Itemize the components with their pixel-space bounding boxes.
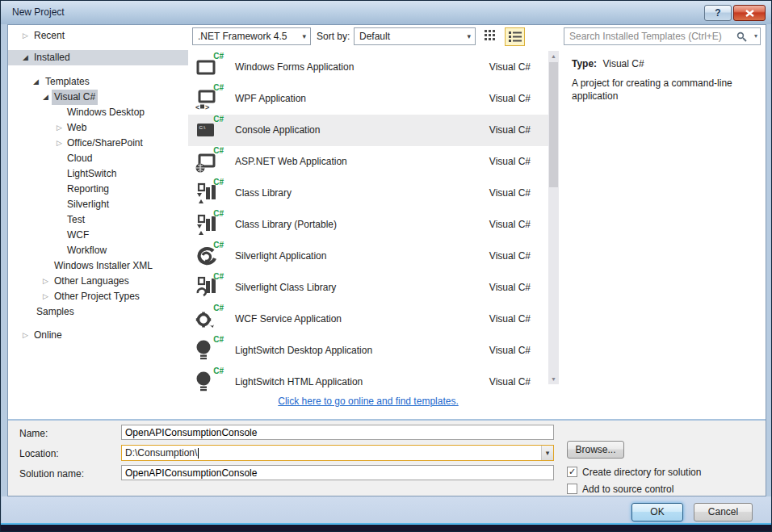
scrollbar-thumb[interactable] <box>549 62 558 187</box>
template-item-class-library[interactable]: C#Class LibraryVisual C# <box>188 178 548 209</box>
tree-item-label: Installed <box>34 50 70 65</box>
template-name: Class Library (Portable) <box>235 219 337 230</box>
tree-item-windows-desktop[interactable]: Windows Desktop <box>8 105 188 120</box>
tree-item-samples[interactable]: Samples <box>8 304 188 320</box>
csharp-badge: C# <box>213 52 224 61</box>
sort-value: Default <box>359 31 390 42</box>
help-button[interactable]: ? <box>704 5 732 21</box>
template-language-tag: Visual C# <box>489 219 531 230</box>
svg-text:C:\: C:\ <box>199 125 206 130</box>
tree-item-label: WCF <box>67 228 89 243</box>
scroll-down-icon[interactable]: ▼ <box>548 374 559 384</box>
tree-item-lightswitch[interactable]: LightSwitch <box>8 166 188 182</box>
create-directory-checkbox[interactable]: ✓ <box>567 467 577 477</box>
template-item-lightswitch-html-application[interactable]: C#LightSwitch HTML ApplicationVisual C# <box>188 367 548 398</box>
tree-collapsed-icon[interactable]: ▷ <box>23 28 28 44</box>
template-item-silverlight-class-library[interactable]: C#Silverlight Class LibraryVisual C# <box>188 272 548 304</box>
template-name: Class Library <box>235 187 292 199</box>
dialog-title: New Project <box>12 6 65 18</box>
template-item-wpf-application[interactable]: <>C#WPF ApplicationVisual C# <box>188 83 548 115</box>
tree-collapsed-icon[interactable]: ▷ <box>57 136 62 151</box>
small-icons-view-icon <box>485 30 496 40</box>
template-name: Silverlight Application <box>235 250 326 262</box>
sort-dropdown[interactable]: Default ▾ <box>354 27 476 45</box>
template-item-wcf-service-application[interactable]: C#WCF Service ApplicationVisual C# <box>188 304 548 335</box>
background-window-strip <box>1 525 772 532</box>
template-info-panel: Type: Visual C# A project for creating a… <box>564 51 766 418</box>
list-view-button[interactable] <box>505 27 525 46</box>
tree-item-visual-c-[interactable]: ◢Visual C# <box>8 90 188 105</box>
new-project-dialog: New Project ? ▷Recent◢Installed◢Template… <box>0 0 772 532</box>
template-language-tag: Visual C# <box>489 124 531 136</box>
name-field[interactable] <box>121 425 554 440</box>
tree-item-label: Recent <box>34 28 65 44</box>
text-caret <box>198 448 199 459</box>
template-name: Windows Forms Application <box>235 61 354 73</box>
tree-item-wcf[interactable]: WCF <box>8 228 188 243</box>
tree-item-online[interactable]: ▷Online <box>8 328 188 343</box>
tree-collapsed-icon[interactable]: ▷ <box>43 274 48 289</box>
template-item-lightswitch-desktop-application[interactable]: C#LightSwitch Desktop ApplicationVisual … <box>188 335 548 367</box>
scroll-up-icon[interactable]: ▲ <box>548 51 559 61</box>
tree-expanded-icon[interactable]: ◢ <box>33 74 39 90</box>
tree-item-reporting[interactable]: Reporting <box>8 182 188 197</box>
tree-item-workflow[interactable]: Workflow <box>8 243 188 258</box>
template-item-windows-forms-application[interactable]: C#Windows Forms ApplicationVisual C# <box>188 52 548 83</box>
online-templates-link[interactable]: Click here to go online and find templat… <box>188 396 548 407</box>
tree-expanded-icon[interactable]: ◢ <box>43 90 48 105</box>
web-template-icon: C# <box>195 149 221 174</box>
tree-collapsed-icon[interactable]: ▷ <box>57 120 62 136</box>
tree-collapsed-icon[interactable]: ▷ <box>43 289 48 304</box>
source-control-checkbox[interactable] <box>567 484 577 494</box>
csharp-badge: C# <box>213 83 224 92</box>
tree-collapsed-icon[interactable]: ▷ <box>23 328 28 343</box>
create-directory-label: Create directory for solution <box>582 467 701 478</box>
location-field[interactable]: D:\Consumption\ ▾ <box>121 445 554 461</box>
tree-item-other-languages[interactable]: ▷Other Languages <box>8 274 188 289</box>
chevron-down-icon[interactable]: ▾ <box>754 28 757 44</box>
framework-dropdown[interactable]: .NET Framework 4.5 ▾ <box>192 27 311 45</box>
csharp-badge: C# <box>213 335 224 344</box>
titlebar[interactable]: New Project <box>1 1 771 24</box>
chevron-down-icon: ▾ <box>467 28 471 44</box>
template-list: C#Windows Forms ApplicationVisual C#<>C#… <box>188 51 548 418</box>
template-item-console-application[interactable]: C:\C#Console ApplicationVisual C# <box>188 115 548 146</box>
template-language-tag: Visual C# <box>489 313 531 325</box>
library-template-icon: C# <box>195 212 221 237</box>
ok-button[interactable]: OK <box>631 503 683 522</box>
sllib-template-icon: C# <box>195 274 221 300</box>
template-name: WCF Service Application <box>235 313 342 325</box>
tree-item-recent[interactable]: ▷Recent <box>8 28 188 44</box>
template-item-asp-net-web-application[interactable]: C#ASP.NET Web ApplicationVisual C# <box>188 146 548 178</box>
template-language-tag: Visual C# <box>489 93 531 104</box>
tree-item-label: Web <box>67 120 86 136</box>
template-item-silverlight-application[interactable]: C#Silverlight ApplicationVisual C# <box>188 241 548 272</box>
tree-item-label: Test <box>67 212 85 228</box>
small-icons-view-button[interactable] <box>485 30 501 44</box>
tree-item-templates[interactable]: ◢Templates <box>8 74 188 90</box>
swirl-template-icon: C# <box>195 243 221 269</box>
tree-item-office-sharepoint[interactable]: ▷Office/SharePoint <box>8 136 188 151</box>
list-scrollbar[interactable]: ▲ ▼ <box>548 51 559 384</box>
tree-item-windows-installer-xml[interactable]: Windows Installer XML <box>8 258 188 274</box>
tree-item-cloud[interactable]: Cloud <box>8 151 188 166</box>
browse-button[interactable]: Browse... <box>567 441 624 459</box>
close-button[interactable] <box>733 5 766 21</box>
chevron-down-icon[interactable]: ▾ <box>541 446 553 460</box>
template-type: Type: Visual C# <box>572 58 644 69</box>
template-name: LightSwitch Desktop Application <box>235 345 372 356</box>
name-label: Name: <box>19 428 48 439</box>
tree-item-installed[interactable]: ◢Installed <box>8 50 188 65</box>
tree-item-web[interactable]: ▷Web <box>8 120 188 136</box>
template-item-class-library-portable-[interactable]: C#Class Library (Portable)Visual C# <box>188 209 548 241</box>
tree-expanded-icon[interactable]: ◢ <box>23 50 28 65</box>
tree-item-other-project-types[interactable]: ▷Other Project Types <box>8 289 188 304</box>
tree-item-test[interactable]: Test <box>8 212 188 228</box>
cancel-button[interactable]: Cancel <box>694 503 753 522</box>
search-input[interactable]: Search Installed Templates (Ctrl+E) ▾ <box>564 27 761 45</box>
csharp-badge: C# <box>213 367 224 375</box>
template-name: WPF Application <box>235 93 306 104</box>
template-name: Silverlight Class Library <box>235 282 336 293</box>
tree-item-silverlight[interactable]: Silverlight <box>8 197 188 212</box>
solution-name-field[interactable] <box>121 465 554 480</box>
